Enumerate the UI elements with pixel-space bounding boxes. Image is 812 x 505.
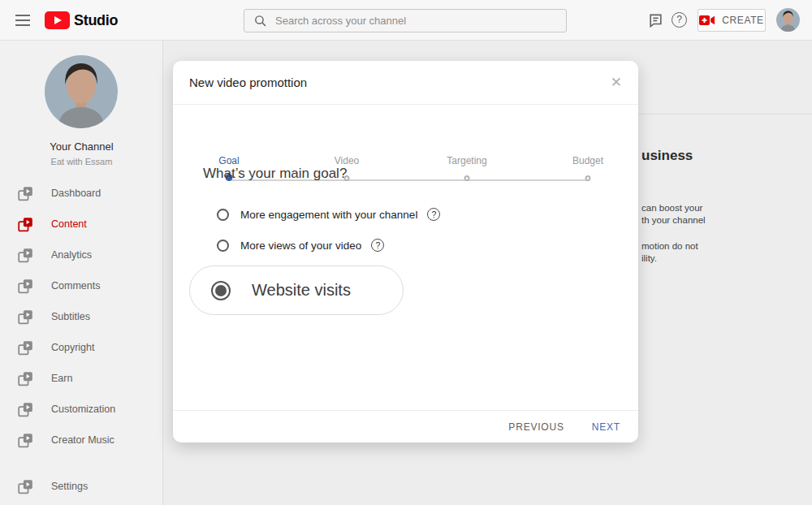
dialog-header: New video promottion ✕	[173, 61, 638, 105]
stepper: Goal Video Targeting Budget	[173, 105, 638, 153]
sidebar-item-comments[interactable]: Comments	[0, 270, 162, 301]
video-icon	[17, 339, 34, 356]
create-button[interactable]: CREATE	[698, 9, 766, 32]
step-targeting-dot[interactable]	[464, 175, 470, 181]
step-budget-dot[interactable]	[585, 175, 591, 181]
option-more-engagement[interactable]: More engagement with your channel ?	[217, 208, 440, 221]
sidebar-item-label: Dashboard	[51, 188, 101, 199]
step-budget-label[interactable]: Budget	[572, 155, 603, 166]
video-icon	[17, 185, 34, 202]
help-icon[interactable]: ?	[427, 208, 440, 221]
option-label: More engagement with your channel	[240, 209, 417, 221]
sidebar-item-dashboard[interactable]: Dashboard	[0, 178, 162, 209]
step-goal-label[interactable]: Goal	[218, 155, 239, 166]
video-icon	[17, 309, 34, 326]
sidebar-item-earn[interactable]: Earn	[0, 363, 162, 394]
video-icon	[17, 432, 34, 449]
video-camera-icon	[699, 15, 715, 26]
channel-handle: Eat with Essam	[0, 157, 163, 166]
option-more-views[interactable]: More views of your video ?	[217, 239, 384, 252]
brand-name: Studio	[74, 12, 118, 29]
sidebar-nav: Dashboard Content Analytics Comments Sub…	[0, 178, 162, 455]
radio-unselected-icon[interactable]	[217, 209, 229, 221]
menu-icon[interactable]	[15, 15, 30, 26]
sidebar-item-label: Analytics	[51, 249, 92, 261]
background-text-fragment: can boost your th your channel	[641, 202, 706, 227]
sidebar-item-label: Comments	[51, 280, 100, 291]
step-targeting-label[interactable]: Targeting	[447, 155, 486, 166]
background-text-fragment: motion do not ility.	[641, 240, 698, 265]
channel-photo	[45, 55, 118, 128]
sidebar-item-analytics[interactable]: Analytics	[0, 240, 162, 270]
new-video-promotion-dialog: New video promottion ✕ Goal Video Target…	[173, 61, 638, 442]
video-icon	[17, 401, 34, 418]
avatar-photo	[776, 8, 800, 32]
youtube-play-icon	[45, 11, 70, 29]
account-avatar[interactable]	[776, 8, 800, 32]
sidebar-item-content[interactable]: Content	[0, 209, 162, 240]
video-icon	[17, 278, 34, 295]
previous-button[interactable]: PREVIOUS	[508, 421, 564, 433]
background-heading-fragment: usiness	[641, 148, 693, 164]
video-icon	[17, 370, 34, 387]
topbar: Studio ? CREATE	[0, 0, 812, 41]
step-video-label[interactable]: Video	[335, 155, 359, 166]
radio-unselected-icon[interactable]	[217, 240, 229, 252]
sidebar-item-customization[interactable]: Customization	[0, 394, 162, 425]
sidebar-item-label: Customization	[51, 404, 115, 415]
next-button[interactable]: NEXT	[592, 421, 620, 433]
create-button-label: CREATE	[722, 15, 763, 26]
option-label: Website visits	[252, 281, 351, 300]
dialog-footer: PREVIOUS NEXT	[173, 410, 638, 442]
help-icon[interactable]: ?	[371, 239, 384, 252]
sidebar-item-label: Creator Music	[51, 434, 114, 446]
close-icon[interactable]: ✕	[611, 76, 622, 89]
channel-avatar[interactable]	[45, 55, 118, 128]
sidebar-item-label: Content	[51, 218, 87, 230]
background-divider	[638, 114, 812, 114]
sidebar-item-label: Subtitles	[51, 311, 90, 322]
video-icon	[17, 247, 34, 264]
sidebar-item-label: Earn	[51, 373, 72, 384]
video-icon	[17, 478, 34, 495]
sidebar-item-label: Settings	[51, 481, 88, 492]
sidebar-item-creator-music[interactable]: Creator Music	[0, 425, 162, 455]
channel-name: Your Channel	[0, 140, 163, 153]
main-goal-question: What’s your main goal?	[203, 166, 347, 182]
sidebar-item-label: Copyright	[51, 342, 95, 353]
option-website-visits[interactable]: Website visits	[189, 265, 404, 315]
radio-selected-icon[interactable]	[211, 281, 231, 300]
option-label: More views of your video	[240, 240, 361, 252]
help-icon[interactable]: ?	[672, 12, 687, 28]
sidebar-item-settings[interactable]: Settings	[0, 471, 162, 502]
sidebar-item-subtitles[interactable]: Subtitles	[0, 301, 162, 332]
sidebar: Your Channel Eat with Essam Dashboard Co…	[0, 41, 163, 505]
video-icon	[17, 216, 34, 233]
feedback-icon[interactable]	[648, 13, 663, 28]
dialog-title: New video promottion	[189, 76, 307, 89]
search-bar[interactable]	[244, 9, 567, 32]
search-input[interactable]	[275, 15, 566, 27]
sidebar-item-copyright[interactable]: Copyright	[0, 332, 162, 363]
search-icon	[253, 14, 267, 28]
youtube-studio-logo[interactable]: Studio	[45, 11, 118, 29]
